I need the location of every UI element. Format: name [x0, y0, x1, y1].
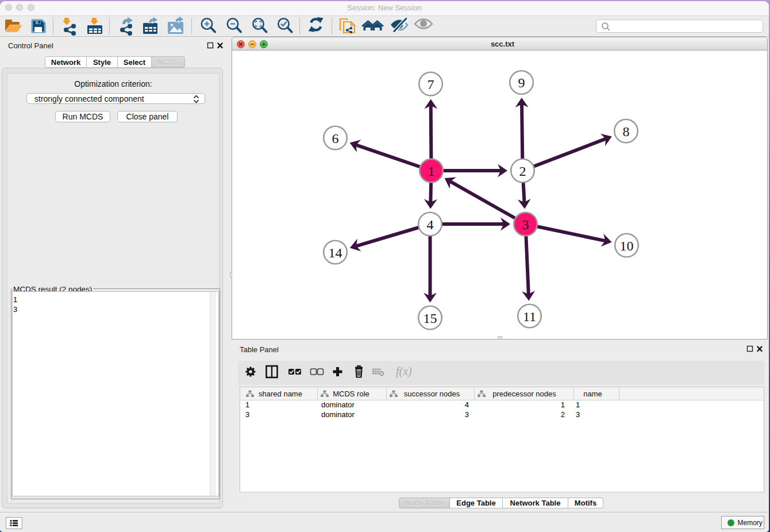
- svg-text:9: 9: [518, 75, 525, 90]
- svg-text:14: 14: [329, 245, 342, 260]
- svg-text:11: 11: [523, 309, 536, 324]
- svg-text:10: 10: [620, 238, 634, 253]
- svg-text:8: 8: [623, 124, 630, 139]
- svg-text:15: 15: [424, 311, 437, 326]
- svg-text:7: 7: [428, 77, 434, 92]
- svg-text:2: 2: [519, 164, 526, 179]
- svg-text:3: 3: [522, 217, 529, 232]
- svg-text:6: 6: [332, 131, 339, 146]
- svg-text:4: 4: [427, 217, 434, 232]
- svg-text:f(x): f(x): [396, 365, 412, 378]
- svg-text:1: 1: [428, 164, 435, 179]
